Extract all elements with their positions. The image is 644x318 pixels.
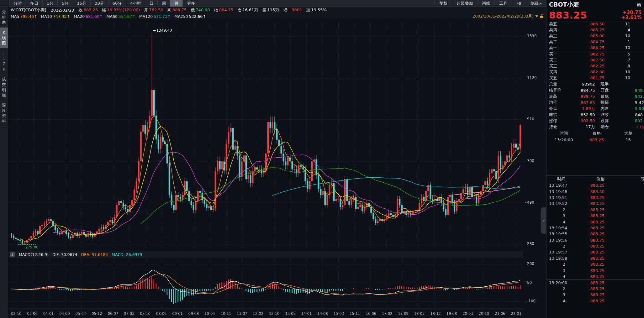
date-range-control[interactable]: 2002/10/31-2022/02/23(233月) [472,14,543,19]
left-arrow-icon: ← [153,28,156,33]
tick-list: 13:19:47883.2513:19:48883.5013:19:51883.… [546,182,644,304]
menu-item-复权[interactable]: 复权 [435,0,452,7]
book-row-买三[interactable]: 买三882.258 [546,63,644,69]
tick-row: 3883.25 [546,267,644,273]
book-row-卖三[interactable]: 卖三885.0010 [546,33,644,39]
change-column: +30.75 +3.61% [621,10,641,20]
tick-row: 13:19:56883.75 [546,237,644,243]
book-row-买一[interactable]: 买一882.755 [546,51,644,57]
tick-row: 13:19:52883.25 [546,201,644,206]
ma-legend-MA60: MA60554.67↑ [106,14,135,19]
tick-row: 2883.25 [546,261,644,267]
period-tab-周[interactable]: 周 [158,0,170,7]
contract-letter: W [636,2,641,8]
book-row-卖一[interactable]: 卖一884.2510 [546,45,644,51]
toolbar-right-menu: 复权超级叠加画线工具F9隐藏▶ [435,0,546,7]
field-增: 增+3801 [283,8,302,12]
time-tick-label: 12-10 [266,311,282,316]
menu-item-工具[interactable]: 工具 [494,0,512,7]
time-tick-label: 18-05 [411,311,427,316]
menu-item-画线[interactable]: 画线 [477,0,494,7]
stat-row-均价: 均价867.65振幅5.42 [546,100,644,106]
time-tick-label: 14-01 [298,311,314,316]
period-tab-60分[interactable]: 60分 [108,0,126,7]
time-tick-label: 20-10 [476,311,492,316]
time-tick-label: 03-06 [24,311,40,316]
tick-row: 13:20:00883.25 [546,279,644,285]
book-row-买五[interactable]: 买五881.7510 [546,75,644,81]
time-tick-label: 07-03 [121,311,137,316]
tick-row: 13:19:48883.50 [546,188,644,194]
time-tick-label: 18-12 [427,311,443,316]
menu-item-F9[interactable]: F9 [512,0,526,7]
time-tick-label: 17-09 [395,311,411,316]
kline-canvas[interactable] [8,19,546,318]
book-row-卖二[interactable]: 卖二884.751 [546,39,644,45]
unlock-icon[interactable] [540,16,543,18]
chart-region: ←1349.40 279.00 13301120910700490280 ? M… [8,19,546,318]
macd-header: ? MACD(12,26,9) DIF: 70.9674 DEA: 57.618… [8,251,523,258]
tick-row: 2883.25 [546,286,644,292]
sidebar-item-分时图[interactable]: 分时图 [0,7,8,28]
book-row-卖四[interactable]: 卖四885.254 [546,27,644,33]
macd-tick-label: 200 [525,262,534,266]
time-tick-label: 15-03 [331,311,347,316]
period-tab-15分[interactable]: 15分 [73,0,91,7]
period-tab-4小时[interactable]: 4小时 [126,0,145,7]
time-tick-label: 17-02 [379,311,395,316]
field-高: 高888.75 [167,8,187,12]
period-tab-多日[interactable]: 多日 [26,0,43,7]
sidebar-item-TICK[interactable]: TICK [0,48,8,74]
sidebar-item-K线图[interactable]: K线图 [0,28,8,48]
period-tab-5分[interactable]: 5分 [58,0,73,7]
menu-item-超级叠加[interactable]: 超级叠加 [452,0,477,7]
chevron-down-icon[interactable] [535,15,538,18]
period-toolbar: 分时多日1分5分15分30分60分4小时日周月更多 复权超级叠加画线工具F9隐藏… [0,0,546,7]
price-tick-label: 910 [525,117,534,121]
date-range-label[interactable]: 2002/10/31-2022/02/23(233月) [472,14,534,19]
tick-row: 13:19:57883.25 [546,249,644,255]
menu-item-隐藏[interactable]: 隐藏▶ [526,0,546,7]
time-tick-label: 05-12 [89,311,105,316]
period-tab-分时[interactable]: 分时 [9,0,26,7]
time-tick-label: 10-11 [218,311,234,316]
tick-row: 4883.25 [546,274,644,279]
price-change: +30.75 [623,10,641,15]
field-结: 结884.75 [214,8,234,12]
panel-collapse-button[interactable]: » [541,207,546,234]
book-row-卖五[interactable]: 卖五886.5011 [546,21,644,27]
price-tick-label: 1330 [525,34,537,38]
price-change-pct: +3.61% [621,15,641,20]
macd-indicator-name[interactable]: MACD(12,26,9) [19,252,49,257]
sidebar-item-深度资料[interactable]: 深度资料 [0,100,8,126]
big-order-table: 时间 价格 大单 13:20:00883.2515 [546,130,644,143]
period-tab-30分[interactable]: 30分 [91,0,108,7]
period-tabs: 分时多日1分5分15分30分60分4小时日周月更多 [9,0,199,7]
period-tab-更多[interactable]: 更多 [183,0,199,7]
time-tick-label: 09-08 [186,311,202,316]
field-幅: 幅16.03%(122.00) [102,8,140,12]
ma-legend-bar: MA5795.40↑MA10747.43↑MA20681.60↑MA60554.… [8,13,546,19]
tick-row: 13:19:59883.25 [546,255,644,261]
quote-fields: 收883.25幅16.03%(122.00)开762.50高888.75低740… [78,7,330,13]
sidebar-item-成交明细[interactable]: 成交明细 [0,74,8,100]
book-row-买四[interactable]: 买四882.0010 [546,69,644,75]
field-低: 低740.00 [191,8,210,12]
tick-row: 3883.25 [546,213,644,219]
help-icon[interactable]: ? [10,252,15,257]
quote-panel: CBOT小麦 W 883.25 +30.75 +3.61% 卖五886.5011… [546,0,644,318]
stat-row-总量: 总量93902现手 [546,81,644,87]
time-tick-label: 20-03 [460,311,476,316]
stat-row-结算价: 结算价884.75开盘849. [546,87,644,94]
quote-date: 2022/02/23 [51,8,74,13]
period-tab-1分[interactable]: 1分 [43,0,58,7]
period-tab-月[interactable]: 月 [170,0,183,7]
high-annotation: ←1349.40 [153,28,172,33]
period-tab-日[interactable]: 日 [145,0,158,7]
book-row-买二[interactable]: 买二882.507 [546,57,644,63]
ma-legend-MA5: MA5795.40↑ [11,14,37,19]
quote-stats: 总量93902现手结算价884.75开盘849.最高888.75最低842.均价… [546,81,644,130]
last-price-row: 883.25 +30.75 +3.61% [546,9,644,21]
time-tick-label: 14-08 [314,311,330,316]
time-tick-label: 12-02 [250,311,266,316]
